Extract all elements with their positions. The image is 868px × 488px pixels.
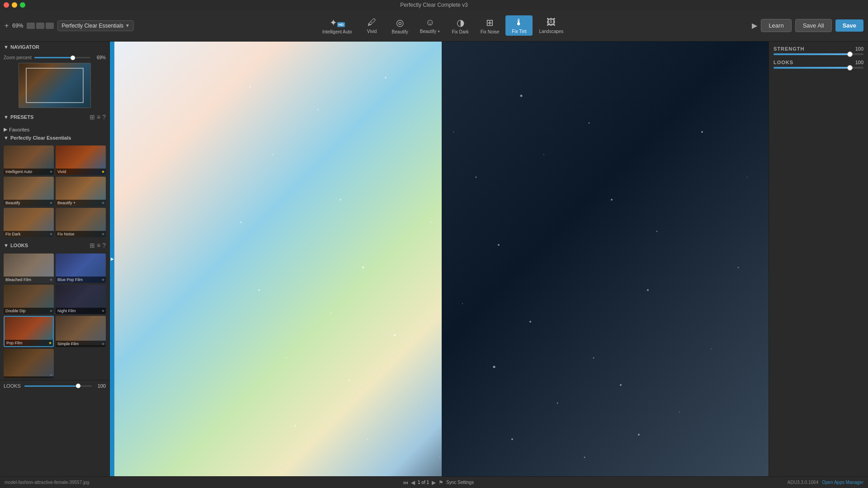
close-button[interactable] xyxy=(4,2,9,8)
looks-right-value: 100 xyxy=(855,60,863,65)
save-button[interactable]: Save xyxy=(835,19,863,32)
nav-next[interactable]: ▶ xyxy=(432,479,436,486)
tool-intelligent-auto[interactable]: ✦HD Intelligent Auto xyxy=(317,15,358,36)
nav-prev[interactable]: ◀ xyxy=(411,479,415,486)
preset-thumb-fixdark[interactable]: Fix Dark ★ xyxy=(4,208,54,237)
nav-prev-prev[interactable]: ⏮ xyxy=(403,479,408,486)
preset-thumb-vivid-label: Vivid xyxy=(56,169,106,175)
look-thumb-nightfilm[interactable]: Night Film ★ xyxy=(56,285,106,314)
look-bluepop-star[interactable]: ★ xyxy=(101,277,105,282)
sidebar-collapse-handle[interactable]: ▶ xyxy=(110,42,114,476)
preset-thumb-ia-star[interactable]: ★ xyxy=(49,169,53,174)
looks-section-header[interactable]: ▼ LOOKS ⊞ ≡ ? xyxy=(0,239,109,252)
preset-thumb-fixnoise[interactable]: Fix Noise ★ xyxy=(56,208,106,237)
learn-button[interactable]: Learn xyxy=(761,19,791,32)
preset-thumb-fixdark-star[interactable]: ★ xyxy=(49,232,53,236)
tool-vivid[interactable]: 🖊 Vivid xyxy=(359,15,386,36)
open-apps-button[interactable]: Open Apps Manager xyxy=(822,480,863,485)
looks-grid-icon[interactable]: ⊞ xyxy=(90,242,95,249)
view-icon-1[interactable] xyxy=(27,23,35,29)
strength-label: STRENGTH xyxy=(774,46,805,52)
look-thumb-bluepop[interactable]: Blue Pop Film ★ xyxy=(56,253,106,283)
tree-item-favorites[interactable]: ▶ Favorites xyxy=(0,125,109,134)
tool-beautify-plus[interactable]: ☺ Beautify + xyxy=(415,15,446,36)
nav-flag[interactable]: ⚑ xyxy=(439,479,443,486)
bottom-right: ADU3.3.0.1064 Open Apps Manager xyxy=(788,480,863,485)
view-icon-2[interactable] xyxy=(36,23,44,29)
preset-dropdown-label: Perfectly Clear Essentials xyxy=(61,23,123,29)
preset-thumb-beautify-star[interactable]: ★ xyxy=(49,201,53,205)
view-icon-3[interactable] xyxy=(46,23,54,29)
preset-thumb-beautify[interactable]: Beautify ★ xyxy=(4,177,54,206)
preset-thumb-vivid[interactable]: Vivid ★ xyxy=(56,145,106,175)
look-thumb-simplefilm[interactable]: Simple Film ★ xyxy=(56,316,106,347)
presets-help-icon[interactable]: ? xyxy=(102,113,106,121)
presets-tree: ▶ Favorites ▼ Perfectly Clear Essentials xyxy=(0,123,109,144)
add-button[interactable]: + xyxy=(5,22,9,30)
sync-settings-button[interactable]: Sync Settings xyxy=(446,480,474,485)
look-nightfilm-label: Night Film xyxy=(56,308,106,314)
look-doubledip-star[interactable]: ★ xyxy=(49,309,53,313)
tool-label-beautify: Beautify xyxy=(392,29,408,34)
navigator-preview[interactable] xyxy=(19,63,91,108)
look-popfilm-star[interactable]: ★ xyxy=(48,341,52,345)
looks-title: ▼ LOOKS xyxy=(4,243,28,248)
navigator-viewport-indicator xyxy=(26,68,84,103)
expand-icon[interactable]: ▶ xyxy=(752,21,757,30)
preset-thumb-ia[interactable]: Intelligent Auto ★ xyxy=(4,145,54,175)
canvas-area[interactable] xyxy=(114,42,769,476)
tool-beautify[interactable]: ◎ Beautify xyxy=(387,15,414,36)
look-thumb-bleached[interactable]: Bleached Film ★ xyxy=(4,253,54,283)
preset-thumb-vivid-star[interactable]: ★ xyxy=(101,169,105,174)
main-canvas xyxy=(114,42,769,476)
looks-list-icon[interactable]: ≡ xyxy=(97,242,100,249)
preset-thumb-beautifyp[interactable]: Beautify + ★ xyxy=(56,177,106,206)
strength-slider[interactable] xyxy=(774,53,863,55)
look-bleached-star[interactable]: ★ xyxy=(49,277,53,282)
tree-item-pce[interactable]: ▼ Perfectly Clear Essentials xyxy=(0,134,109,142)
tool-fix-tint[interactable]: 🌡 Fix Tint xyxy=(505,15,533,36)
look-simplefilm-star[interactable]: ★ xyxy=(101,342,105,346)
beautify-plus-icon: ☺ xyxy=(425,17,434,28)
preset-thumb-fixnoise-star[interactable]: ★ xyxy=(101,232,105,236)
presets-grid-icon[interactable]: ⊞ xyxy=(90,113,95,121)
looks-slider[interactable] xyxy=(24,385,92,387)
preset-thumb-beautifyp-star[interactable]: ★ xyxy=(101,201,105,205)
zoom-row: Zoom percent 69% xyxy=(4,55,106,60)
tool-fix-noise[interactable]: ⊞ Fix Noise xyxy=(475,15,505,36)
looks-right-slider[interactable] xyxy=(774,67,863,69)
svg-point-1 xyxy=(317,109,319,110)
tool-fix-dark[interactable]: ◑ Fix Dark xyxy=(447,15,474,36)
looks-help-icon[interactable]: ? xyxy=(102,242,106,249)
look-thumb-extra[interactable]: ★ xyxy=(4,349,54,378)
fix-noise-icon: ⊞ xyxy=(486,17,494,28)
looks-right-label: LOOKS xyxy=(774,60,793,65)
looks-right-slider-row: LOOKS 100 xyxy=(774,60,863,69)
save-all-button[interactable]: Save All xyxy=(795,19,832,32)
svg-point-15 xyxy=(589,122,590,124)
look-thumb-popfilm[interactable]: Pop Film ★ xyxy=(4,316,54,347)
zoom-slider[interactable] xyxy=(34,57,90,58)
preset-dropdown[interactable]: Perfectly Clear Essentials ▼ xyxy=(57,20,134,31)
look-simplefilm-label: Simple Film xyxy=(56,341,106,347)
strength-label-row: STRENGTH 100 xyxy=(774,46,863,52)
toolbar-left: + 69% Perfectly Clear Essentials ▼ xyxy=(5,20,134,31)
look-thumb-doubledip[interactable]: Double Dip ★ xyxy=(4,285,54,314)
look-doubledip-label: Double Dip xyxy=(4,308,54,314)
svg-point-34 xyxy=(679,412,680,413)
maximize-button[interactable] xyxy=(20,2,25,8)
look-extra-star[interactable]: ★ xyxy=(49,373,53,377)
toolbar: + 69% Perfectly Clear Essentials ▼ ✦HD I… xyxy=(0,10,868,42)
navigator-section-header[interactable]: ▼ NAVIGATOR xyxy=(0,42,109,52)
svg-point-40 xyxy=(638,434,640,436)
window-title: Perfectly Clear Complete v3 xyxy=(400,2,467,8)
look-nightfilm-star[interactable]: ★ xyxy=(101,309,105,313)
minimize-button[interactable] xyxy=(12,2,17,8)
looks-right-slider-thumb xyxy=(847,65,853,70)
strength-slider-fill xyxy=(774,53,850,55)
svg-point-16 xyxy=(611,199,613,201)
vivid-icon: 🖊 xyxy=(368,17,377,28)
presets-list-icon[interactable]: ≡ xyxy=(97,113,100,121)
tool-landscapes[interactable]: 🖼 Landscapes xyxy=(533,15,569,36)
presets-section-header[interactable]: ▼ PRESETS ⊞ ≡ ? xyxy=(0,111,109,123)
